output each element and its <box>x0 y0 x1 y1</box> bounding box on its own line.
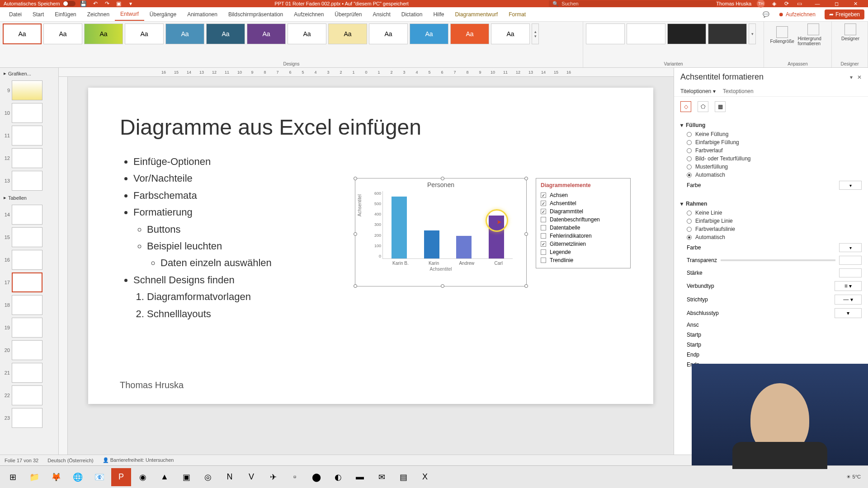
y-axis-title[interactable]: Achsentitel <box>357 194 362 216</box>
app-icon[interactable]: ▫ <box>285 468 305 486</box>
chart-element-option[interactable]: Fehlerindikatoren <box>541 232 626 240</box>
slide-thumb-20[interactable] <box>12 340 42 360</box>
checkbox-icon[interactable]: ✓ <box>541 241 546 247</box>
slide-thumb-13[interactable] <box>12 171 42 191</box>
checkbox-icon[interactable] <box>541 225 546 230</box>
diamond-icon[interactable]: ◈ <box>770 0 778 7</box>
checkbox-icon[interactable] <box>541 233 546 239</box>
pane-close-icon[interactable]: ✕ <box>857 74 862 80</box>
start-button[interactable]: ⊞ <box>3 468 23 486</box>
selection-handle[interactable] <box>524 284 528 288</box>
tab-record[interactable]: Aufzeichnen <box>288 9 329 20</box>
tab-draw[interactable]: Zeichnen <box>82 9 115 20</box>
share-button[interactable]: ➦ Freigeben <box>825 9 864 19</box>
checkbox-icon[interactable] <box>541 217 546 222</box>
app-icon[interactable]: ▤ <box>393 468 413 486</box>
more-qat-icon[interactable]: ▾ <box>127 0 134 7</box>
fill-opt-solid[interactable]: Einfarbige Füllung <box>680 138 862 146</box>
selection-handle[interactable] <box>524 232 528 236</box>
zoom-icon[interactable]: ▬ <box>350 468 370 486</box>
tab-animations[interactable]: Animationen <box>182 9 223 20</box>
chart-element-option[interactable]: Datentabelle <box>541 224 626 232</box>
slide-thumb-16[interactable] <box>12 250 42 270</box>
slide-thumb-18[interactable] <box>12 295 42 315</box>
app-icon[interactable]: ◉ <box>133 468 153 486</box>
fill-line-icon[interactable]: ◇ <box>680 101 691 112</box>
chart-plot-area[interactable]: Achsentitel 6005004003002001000 ➤ <box>382 191 513 259</box>
transparency-slider[interactable] <box>721 259 835 261</box>
chart-element-option[interactable]: ✓Achsen <box>541 191 626 199</box>
obs-icon[interactable]: ⬤ <box>307 468 326 486</box>
effects-icon[interactable]: ⬠ <box>698 101 708 112</box>
variants-more-button[interactable]: ▾ <box>749 23 756 44</box>
theme-thumb[interactable]: Aa <box>206 23 245 44</box>
section-border[interactable]: ▾ Rahmen <box>680 199 862 209</box>
theme-thumb[interactable]: Aa <box>450 23 489 44</box>
autosave-toggle[interactable]: Automatisches Speichern <box>4 1 75 6</box>
chart-elements-flyout[interactable]: Diagrammelemente ✓Achsen✓Achsentitel✓Dia… <box>536 178 631 268</box>
theme-thumb[interactable]: Aa <box>43 23 82 44</box>
tab-slideshow[interactable]: Bildschirmpräsentation <box>223 9 288 20</box>
toggle-switch-icon[interactable] <box>63 1 75 6</box>
outlook-icon[interactable]: 📧 <box>90 468 109 486</box>
chart-object[interactable]: Personen Achsentitel 6005004003002001000… <box>355 178 527 286</box>
slide-thumb-21[interactable] <box>12 363 42 383</box>
width-stepper[interactable] <box>839 268 862 277</box>
theme-thumb[interactable]: Aa <box>247 23 286 44</box>
chart-element-option[interactable]: Datenbeschriftungen <box>541 216 626 224</box>
excel-icon[interactable]: X <box>415 468 435 486</box>
section-header[interactable]: ▸ Tabellen <box>0 192 58 203</box>
save-icon[interactable]: 💾 <box>80 0 87 7</box>
line-opt-none[interactable]: Keine Linie <box>680 209 862 217</box>
section-fill[interactable]: ▾ Füllung <box>680 120 862 130</box>
maximize-button[interactable]: ◻ <box>827 0 845 7</box>
slide-title[interactable]: Diagramme aus Excel einfügen <box>120 115 622 140</box>
selection-handle[interactable] <box>354 177 357 180</box>
theme-thumb[interactable]: Aa <box>165 23 204 44</box>
close-button[interactable]: ✕ <box>846 0 864 7</box>
themes-gallery[interactable]: Aa Aa Aa Aa Aa Aa Aa Aa Aa Aa Aa Aa Aa ▴… <box>3 23 580 59</box>
tab-chartdesign[interactable]: Diagrammentwurf <box>449 9 503 20</box>
pane-dropdown-icon[interactable]: ▾ <box>850 74 853 80</box>
fill-opt-none[interactable]: Keine Füllung <box>680 130 862 138</box>
pane-tab-title-options[interactable]: Titeloptionen ▾ <box>680 86 716 96</box>
slide-size-button[interactable]: Foliengröße <box>767 23 798 46</box>
selection-handle[interactable] <box>441 177 444 180</box>
fill-opt-pattern[interactable]: Musterfüllung <box>680 163 862 171</box>
tab-insert[interactable]: Einfügen <box>49 9 81 20</box>
fill-opt-gradient[interactable]: Farbverlauf <box>680 146 862 155</box>
chart-bar[interactable] <box>392 197 407 259</box>
tab-help[interactable]: Hilfe <box>428 9 449 20</box>
sync-icon[interactable]: ⟳ <box>783 0 790 7</box>
undo-icon[interactable]: ↶ <box>92 0 99 7</box>
tab-design[interactable]: Entwurf <box>115 8 144 21</box>
slide-thumb-19[interactable] <box>12 318 42 338</box>
slide-thumb-11[interactable] <box>12 126 42 145</box>
x-axis-title[interactable]: Achsentitel <box>355 267 526 272</box>
line-opt-gradient[interactable]: Farbverlaufslinie <box>680 225 862 233</box>
slide-thumb-12[interactable] <box>12 148 42 168</box>
checkbox-icon[interactable] <box>541 249 546 255</box>
app-icon[interactable]: ◐ <box>328 468 348 486</box>
tab-format[interactable]: Format <box>503 9 531 20</box>
dash-dropdown[interactable]: — ▾ <box>835 295 862 305</box>
app-icon[interactable]: ▣ <box>176 468 196 486</box>
chart-element-option[interactable]: Legende <box>541 248 626 256</box>
chart-bar[interactable] <box>424 230 439 259</box>
comments-icon[interactable]: 💬 <box>763 11 769 18</box>
tab-file[interactable]: Datei <box>4 9 27 20</box>
variant-thumb[interactable] <box>708 23 747 44</box>
variant-thumb[interactable] <box>667 23 706 44</box>
checkbox-icon[interactable]: ✓ <box>541 201 546 206</box>
telegram-icon[interactable]: ✈ <box>263 468 283 486</box>
size-properties-icon[interactable]: ▦ <box>715 101 726 112</box>
onenote-icon[interactable]: N <box>220 468 240 486</box>
tab-transitions[interactable]: Übergänge <box>144 9 182 20</box>
theme-thumb[interactable]: Aa <box>3 23 42 44</box>
ribbon-mode-icon[interactable]: ▭ <box>796 0 803 7</box>
minimize-button[interactable]: — <box>808 0 826 7</box>
variant-thumb[interactable] <box>586 23 625 44</box>
theme-thumb[interactable]: Aa <box>84 23 123 44</box>
chart-title[interactable]: Personen <box>355 178 526 191</box>
line-opt-solid[interactable]: Einfarbige Linie <box>680 217 862 225</box>
